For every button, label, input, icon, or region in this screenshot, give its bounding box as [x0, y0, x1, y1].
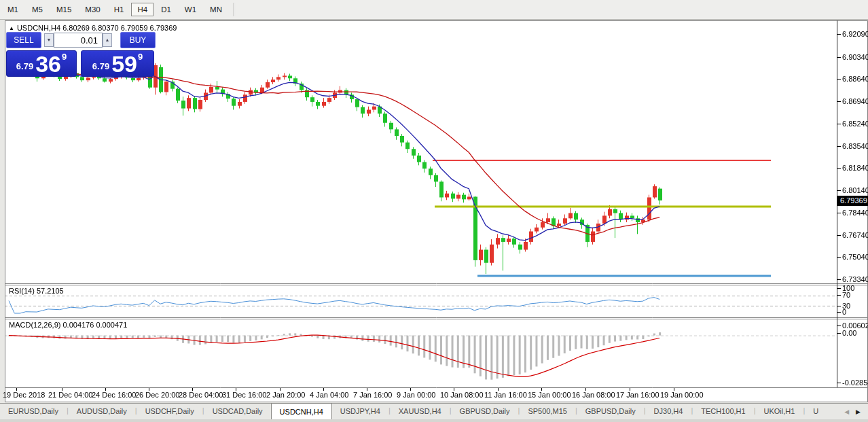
price-axis-label: 6.78440: [842, 209, 868, 217]
price-axis-label: 6.86940: [842, 97, 868, 105]
timeframe-button-w1[interactable]: W1: [179, 3, 202, 16]
buy-price-tile[interactable]: 6.79 59 9: [81, 50, 154, 77]
chart-tab-usdchf-daily[interactable]: USDCHF,Daily: [137, 404, 202, 419]
status-strip: [0, 419, 868, 422]
time-axis-label: 16 Jan 08:00: [572, 391, 615, 399]
time-axis-label: 11 Jan 16:00: [484, 391, 527, 399]
time-axis-label: 24 Dec 16:00: [92, 391, 136, 399]
timeframe-button-h1[interactable]: H1: [108, 3, 130, 16]
chart-window: ▲USDCNH,H4 6.80269 6.80370 6.79059 6.793…: [5, 20, 868, 402]
volume-increase-button[interactable]: ▲: [103, 33, 112, 47]
timeframe-button-d1[interactable]: D1: [155, 3, 177, 16]
rsi-indicator-label: RSI(14) 57.2105: [9, 287, 64, 295]
price-axis-label: 6.81840: [842, 164, 868, 172]
chart-tab-usdcad-daily[interactable]: USDCAD,Daily: [204, 404, 271, 419]
time-axis-label: 21 Dec 04:00: [48, 391, 92, 399]
time-axis-label: 28 Dec 04:00: [179, 391, 223, 399]
timeframe-button-m15[interactable]: M15: [50, 3, 77, 16]
indicator-axis-label: 70: [842, 291, 850, 299]
sell-price-tile[interactable]: 6.79 36 9: [6, 50, 77, 77]
time-axis-label: 15 Jan 00:00: [528, 391, 571, 399]
chart-tab-gbpusd-daily[interactable]: GBPUSD,Daily: [452, 404, 518, 419]
price-axis-label: 6.88640: [842, 75, 868, 83]
timeframe-button-mn[interactable]: MN: [204, 3, 228, 16]
chart-tab-ukoil-h1[interactable]: UKOil,H1: [756, 404, 803, 419]
volume-input[interactable]: [54, 33, 103, 48]
time-axis-label: 4 Jan 04:00: [310, 391, 349, 399]
indicator-axis-label: 0.00: [842, 329, 856, 337]
time-axis-label: 19 Jan 00:00: [660, 391, 704, 399]
buy-price-prefix: 6.79: [92, 61, 109, 71]
buy-price-pip: 9: [138, 52, 143, 62]
indicator-axis-label: 0: [842, 308, 846, 316]
timeframe-button-m30[interactable]: M30: [79, 3, 106, 16]
chart-tab-u[interactable]: U: [805, 404, 827, 419]
time-axis-label: 2 Jan 20:00: [266, 391, 306, 399]
price-axis-label: 6.90340: [842, 53, 868, 61]
chart-tab-sp500-m15[interactable]: SP500,M15: [520, 404, 575, 419]
macd-indicator-label: MACD(12,26,9) 0.004176 0.000471: [9, 321, 127, 329]
chart-tab-bar: EURUSD,Daily|AUDUSD,Daily|USDCHF,Daily|U…: [0, 403, 868, 419]
volume-decrease-button[interactable]: ▼: [44, 33, 54, 47]
chart-title-text: USDCNH,H4 6.80269 6.80370 6.79059 6.7936…: [17, 24, 177, 32]
time-axis-label: 17 Jan 16:00: [616, 391, 659, 399]
chart-tab-usdjpy-h4[interactable]: USDJPY,H4: [332, 404, 388, 419]
timeframe-button-m1[interactable]: M1: [1, 3, 24, 16]
price-axis-label: 6.83540: [842, 142, 868, 150]
chart-title: ▲USDCNH,H4 6.80269 6.80370 6.79059 6.793…: [9, 24, 177, 32]
toolbar-separator: [234, 3, 235, 16]
timeframe-toolbar: M1M5M15M30H1H4D1W1MN: [0, 0, 868, 20]
price-axis-label: 6.80140: [842, 186, 868, 194]
buy-price-big: 59: [111, 54, 137, 74]
time-axis-label: 9 Jan 00:00: [397, 391, 436, 399]
timeframe-button-h4[interactable]: H4: [131, 3, 153, 16]
time-axis-label: 26 Dec 20:00: [135, 391, 179, 399]
chart-tab-eurusd-daily[interactable]: EURUSD,Daily: [0, 404, 67, 419]
one-click-trading-panel: SELL ▼ ▲ BUY 6.79 36 9 6.79 59 9: [6, 32, 156, 78]
price-axis-label: 6.73340: [842, 275, 868, 283]
chart-tab-gbpusd-daily[interactable]: GBPUSD,Daily: [577, 404, 644, 419]
sell-price-big: 36: [35, 54, 61, 74]
price-axis-label: 6.92090: [842, 30, 868, 38]
buy-button[interactable]: BUY: [120, 32, 156, 48]
timeframe-button-m5[interactable]: M5: [26, 3, 49, 16]
time-axis-label: 7 Jan 16:00: [353, 391, 393, 399]
time-axis-label: 10 Jan 08:00: [440, 391, 484, 399]
chart-tab-audusd-daily[interactable]: AUDUSD,Daily: [69, 404, 135, 419]
sell-button[interactable]: SELL: [6, 32, 41, 48]
chart-tab-xauusd-h4[interactable]: XAUUSD,H4: [391, 404, 450, 419]
indicator-axis-label: -0.028549: [842, 379, 868, 387]
mt4-terminal: M1M5M15M30H1H4D1W1MN ▲USDCNH,H4 6.80269 …: [0, 0, 868, 422]
chart-tab-usdcnh-h4[interactable]: USDCNH,H4: [271, 403, 332, 419]
chart-tab-dj30-h4[interactable]: DJ30,H4: [646, 404, 691, 419]
time-axis-label: 19 Dec 2018: [3, 391, 45, 399]
price-axis-label: 6.75040: [842, 253, 868, 261]
price-axis-label: 6.76740: [842, 231, 868, 239]
collapse-panel-icon[interactable]: ▲: [9, 25, 14, 31]
price-axis-label: 6.85240: [842, 120, 868, 128]
chart-tab-tech100-h1[interactable]: TECH100,H1: [693, 404, 753, 419]
tabs-scroll-left-icon[interactable]: ◀: [841, 408, 852, 415]
sell-price-prefix: 6.79: [16, 61, 33, 71]
current-price-tag: 6.79369: [837, 196, 868, 206]
sell-price-pip: 9: [62, 52, 67, 62]
tabs-scroll-right-icon[interactable]: ▶: [852, 408, 864, 415]
time-axis-label: 31 Dec 16:00: [222, 391, 266, 399]
